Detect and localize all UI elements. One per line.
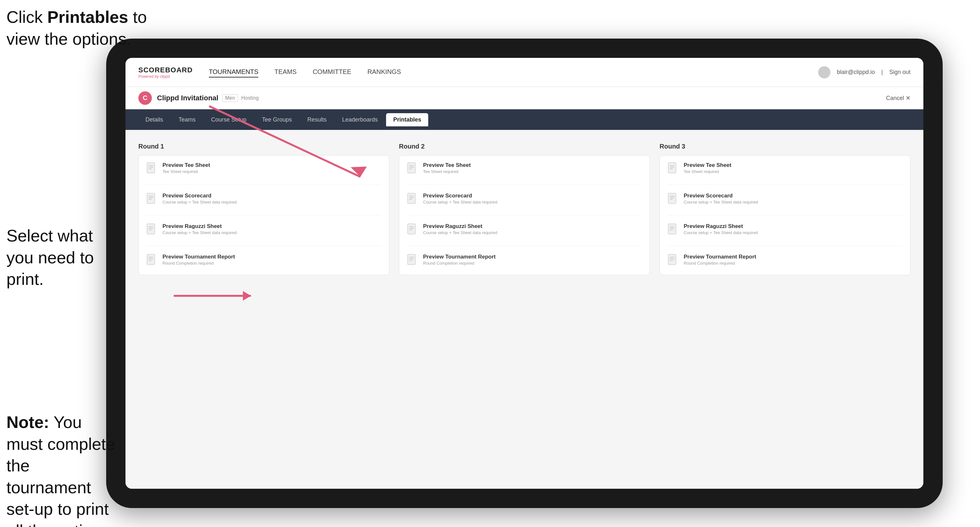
pipe-separator: | (881, 69, 883, 76)
print-info: Preview Raguzzi SheetCourse setup + Tee … (684, 223, 758, 235)
print-item-r2-4[interactable]: Preview Tournament ReportRound Completio… (407, 254, 642, 268)
print-item-r2-2[interactable]: Preview ScorecardCourse setup + Tee Shee… (407, 193, 642, 207)
print-info: Preview Tournament ReportRound Completio… (162, 254, 235, 265)
print-item-r3-1[interactable]: Preview Tee SheetTee Sheet required (668, 162, 902, 177)
tab-tee-groups[interactable]: Tee Groups (255, 113, 299, 126)
tablet-screen: SCOREBOARD Powered by clippd TOURNAMENTS… (126, 58, 923, 489)
svg-rect-40 (668, 193, 676, 203)
divider (146, 215, 381, 216)
tablet-frame: SCOREBOARD Powered by clippd TOURNAMENTS… (106, 38, 943, 508)
print-info: Preview ScorecardCourse setup + Tee Shee… (684, 193, 758, 205)
print-info: Preview ScorecardCourse setup + Tee Shee… (423, 193, 497, 205)
document-icon (407, 254, 418, 268)
document-icon (146, 223, 158, 238)
print-item-r1-4[interactable]: Preview Tournament ReportRound Completio… (146, 254, 381, 268)
print-info: Preview Tournament ReportRound Completio… (684, 254, 756, 265)
divider (407, 184, 642, 185)
tournament-status: Hosting (241, 95, 259, 101)
nav-committee[interactable]: COMMITTEE (313, 67, 352, 78)
print-label: Preview Tournament Report (684, 254, 756, 260)
svg-rect-4 (147, 163, 155, 173)
print-info: Preview Tee SheetTee Sheet required (162, 162, 210, 174)
print-sublabel: Course setup + Tee Sheet data required (684, 200, 758, 205)
sign-out-link[interactable]: Sign out (889, 69, 910, 76)
tab-results[interactable]: Results (300, 113, 334, 126)
print-sublabel: Tee Sheet required (684, 169, 731, 174)
print-label: Preview Scorecard (423, 193, 497, 199)
document-icon (407, 193, 418, 207)
svg-rect-12 (147, 224, 155, 234)
round-column-1: Round 1 Preview Tee SheetTee Sheet requi… (138, 143, 389, 476)
annotation-middle: Select what you need to print. (6, 225, 116, 290)
print-item-r3-2[interactable]: Preview ScorecardCourse setup + Tee Shee… (668, 193, 902, 207)
print-sublabel: Course setup + Tee Sheet data required (423, 230, 497, 235)
print-item-r3-4[interactable]: Preview Tournament ReportRound Completio… (668, 254, 902, 268)
document-icon (668, 254, 679, 268)
tournament-bar: C Clippd Invitational Men Hosting Cancel… (126, 87, 923, 110)
print-label: Preview Raguzzi Sheet (423, 223, 497, 230)
tournament-badge: Men (222, 94, 238, 102)
print-item-r1-1[interactable]: Preview Tee SheetTee Sheet required (146, 162, 381, 177)
divider (668, 184, 902, 185)
tournament-logo: C (138, 91, 152, 105)
document-icon (146, 254, 158, 268)
round-2-title: Round 2 (399, 143, 650, 150)
main-content: Round 1 Preview Tee SheetTee Sheet requi… (126, 130, 923, 489)
logo-title: SCOREBOARD (138, 66, 193, 74)
document-icon (407, 162, 418, 177)
divider (668, 215, 902, 216)
print-sublabel: Course setup + Tee Sheet data required (162, 200, 237, 205)
divider (668, 246, 902, 246)
print-info: Preview Tee SheetTee Sheet required (423, 162, 471, 174)
top-nav-right: blair@clippd.io | Sign out (818, 66, 910, 78)
round-1-title: Round 1 (138, 143, 389, 150)
nav-rankings[interactable]: RANKINGS (368, 67, 401, 78)
document-icon (146, 162, 158, 177)
svg-rect-28 (408, 224, 415, 234)
print-label: Preview Tee Sheet (423, 162, 471, 168)
tab-printables[interactable]: Printables (386, 113, 428, 126)
print-sublabel: Tee Sheet required (423, 169, 471, 174)
round-2-card: Preview Tee SheetTee Sheet required Prev… (399, 155, 650, 275)
print-item-r1-2[interactable]: Preview ScorecardCourse setup + Tee Shee… (146, 193, 381, 207)
round-column-3: Round 3 Preview Tee SheetTee Sheet requi… (660, 143, 910, 476)
document-icon (668, 223, 679, 238)
annotation-top: Click Printables toview the options. (6, 6, 147, 50)
print-item-r3-3[interactable]: Preview Raguzzi SheetCourse setup + Tee … (668, 223, 902, 238)
nav-teams[interactable]: TEAMS (274, 67, 297, 78)
document-icon (146, 193, 158, 207)
round-1-card: Preview Tee SheetTee Sheet required Prev… (138, 155, 389, 275)
document-icon (407, 223, 418, 238)
tab-teams[interactable]: Teams (172, 113, 203, 126)
svg-rect-8 (147, 193, 155, 203)
print-info: Preview Tee SheetTee Sheet required (684, 162, 731, 174)
user-email: blair@clippd.io (837, 69, 875, 76)
print-sublabel: Tee Sheet required (162, 169, 210, 174)
divider (407, 246, 642, 246)
print-label: Preview Tee Sheet (684, 162, 731, 168)
cancel-button[interactable]: Cancel ✕ (886, 95, 910, 102)
annotation-bottom: Note: You must complete the tournament s… (6, 411, 116, 527)
round-3-card: Preview Tee SheetTee Sheet required Prev… (660, 155, 910, 275)
divider (146, 184, 381, 185)
print-item-r1-3[interactable]: Preview Raguzzi SheetCourse setup + Tee … (146, 223, 381, 238)
svg-rect-44 (668, 224, 676, 234)
svg-rect-48 (668, 254, 676, 265)
logo-area: SCOREBOARD Powered by clippd (138, 66, 193, 79)
print-sublabel: Course setup + Tee Sheet data required (423, 200, 497, 205)
svg-rect-36 (668, 163, 676, 173)
tab-leaderboards[interactable]: Leaderboards (335, 113, 385, 126)
print-info: Preview Raguzzi SheetCourse setup + Tee … (162, 223, 237, 235)
print-label: Preview Tee Sheet (162, 162, 210, 168)
svg-rect-24 (408, 193, 415, 203)
svg-rect-16 (147, 254, 155, 265)
print-item-r2-1[interactable]: Preview Tee SheetTee Sheet required (407, 162, 642, 177)
print-item-r2-3[interactable]: Preview Raguzzi SheetCourse setup + Tee … (407, 223, 642, 238)
print-sublabel: Round Completion required (162, 261, 235, 265)
tab-details[interactable]: Details (138, 113, 170, 126)
print-sublabel: Course setup + Tee Sheet data required (162, 230, 237, 235)
print-label: Preview Tournament Report (423, 254, 495, 260)
tab-course-setup[interactable]: Course Setup (204, 113, 253, 126)
round-3-title: Round 3 (660, 143, 910, 150)
nav-tournaments[interactable]: TOURNAMENTS (209, 67, 258, 78)
